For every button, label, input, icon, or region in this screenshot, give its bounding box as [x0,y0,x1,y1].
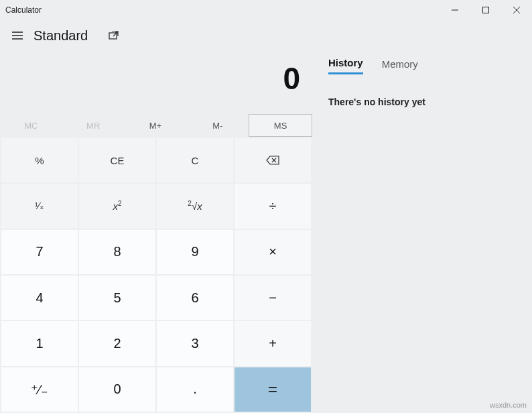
square-root-button[interactable]: 2√x [157,184,233,228]
history-empty-text: There's no history yet [312,78,532,126]
digit-2-button[interactable]: 2 [79,321,155,365]
digit-8-button[interactable]: 8 [79,230,155,274]
header: Standard [0,20,532,51]
display: 0 [0,51,312,99]
close-button[interactable] [501,0,532,20]
clear-entry-button[interactable]: CE [79,138,155,182]
always-on-top-button[interactable] [100,22,127,49]
display-value: 0 [283,60,300,97]
negate-button[interactable]: ⁺⁄₋ [1,367,78,412]
watermark: wsxdn.com [490,401,527,409]
memory-add-button[interactable]: M+ [125,114,187,137]
add-button[interactable]: + [235,321,311,365]
maximize-button[interactable] [470,0,501,20]
digit-1-button[interactable]: 1 [1,321,78,365]
clear-button[interactable]: C [157,138,233,182]
digit-7-button[interactable]: 7 [1,230,78,274]
digit-3-button[interactable]: 3 [157,321,233,365]
memory-clear-button: MC [0,114,62,137]
subtract-button[interactable]: − [235,276,311,320]
window-controls [440,0,532,20]
side-panel: History Memory There's no history yet [312,51,532,413]
digit-0-button[interactable]: 0 [79,367,155,412]
decimal-button[interactable]: . [157,367,233,412]
minimize-button[interactable] [440,0,470,20]
keypad: % CE C ¹⁄ₓ x2 2√x ÷ 7 8 9 × 4 [0,137,312,413]
percent-button[interactable]: % [1,138,78,182]
digit-4-button[interactable]: 4 [1,276,78,320]
tab-memory[interactable]: Memory [382,58,418,74]
memory-row: MC MR M+ M- MS [0,114,312,137]
sqrt-label: 2√x [188,200,202,212]
svg-rect-1 [483,7,489,13]
digit-9-button[interactable]: 9 [157,230,233,274]
square-button[interactable]: x2 [79,184,155,228]
minimize-icon [452,7,458,13]
side-tabs: History Memory [312,51,532,78]
memory-recall-button: MR [62,114,125,137]
maximize-icon [482,7,489,13]
equals-button[interactable]: = [235,367,311,412]
multiply-button[interactable]: × [235,230,311,274]
window-title: Calculator [0,5,440,15]
always-on-top-icon [108,31,119,40]
memory-store-button[interactable]: MS [249,114,312,137]
menu-button[interactable] [4,22,31,49]
backspace-icon [266,156,279,165]
tab-history[interactable]: History [328,57,363,74]
backspace-button[interactable] [235,138,311,182]
memory-subtract-button[interactable]: M- [186,114,249,137]
calculator-panel: 0 MC MR M+ M- MS % CE C [0,51,312,413]
hamburger-icon [12,32,23,40]
divide-button[interactable]: ÷ [235,184,311,228]
digit-6-button[interactable]: 6 [157,276,233,320]
square-label: x2 [113,200,121,212]
close-icon [513,7,520,13]
mode-title: Standard [34,28,88,44]
titlebar: Calculator [0,0,532,20]
digit-5-button[interactable]: 5 [79,276,155,320]
reciprocal-button[interactable]: ¹⁄ₓ [1,184,78,228]
